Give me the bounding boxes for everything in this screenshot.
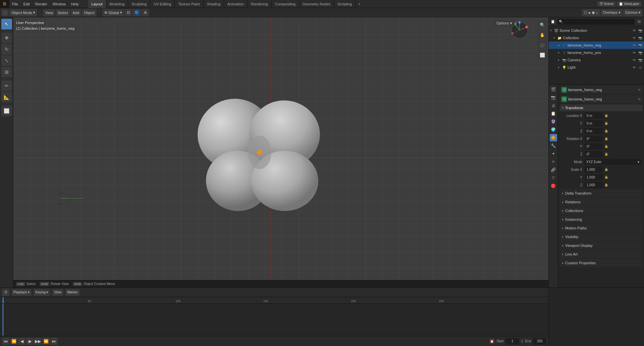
bn-vis-render[interactable]: 📷 bbox=[638, 43, 643, 48]
object-menu[interactable]: Object bbox=[82, 9, 97, 16]
transform-section-header[interactable]: ▾ Transform bbox=[559, 105, 643, 111]
bn-vis-eye[interactable]: 👁 bbox=[632, 43, 637, 48]
snap-btn[interactable]: 🔵 bbox=[132, 9, 141, 16]
bp-vis-render[interactable]: 📷 bbox=[638, 50, 643, 55]
location-z-val[interactable]: 0 m bbox=[585, 128, 603, 134]
viewport-options-btn[interactable]: Options ▾ bbox=[494, 20, 515, 26]
tab-layout[interactable]: Layout bbox=[88, 0, 106, 8]
hand-tool-btn[interactable]: ✋ bbox=[538, 30, 547, 40]
relations-header[interactable]: ▸ Relations bbox=[559, 198, 643, 206]
rotation-z-val[interactable]: 0° bbox=[585, 151, 603, 157]
viewport[interactable]: User Perspective (1) Collection | benzen… bbox=[13, 17, 548, 287]
outliner-collection[interactable]: ▾ 📁 Collection 👁 📷 bbox=[549, 34, 644, 42]
prop-view-layer-icon[interactable]: 📋 bbox=[550, 110, 557, 117]
gizmos-btn[interactable]: Gizmos ▾ bbox=[623, 9, 643, 16]
rotation-y-lock[interactable]: 🔒 bbox=[603, 145, 609, 148]
viewport-shading-btns[interactable]: ⬡ ● ◉ ○ bbox=[582, 9, 600, 16]
location-x-lock[interactable]: 🔒 bbox=[603, 114, 609, 117]
proportional-btn[interactable]: ⊚ bbox=[142, 9, 149, 16]
scene-selector[interactable]: 🎬 Scene bbox=[597, 1, 615, 6]
visibility-header[interactable]: ▸ Visibility bbox=[559, 233, 643, 241]
object-mode-btn[interactable]: Object Mode ▾ bbox=[9, 9, 37, 16]
prop-modifier-icon[interactable]: 🔧 bbox=[550, 142, 557, 149]
tool-measure[interactable]: 📐 bbox=[1, 92, 12, 102]
add-workspace-tab[interactable]: + bbox=[356, 0, 364, 8]
instancing-header[interactable]: ▸ Instancing bbox=[559, 215, 643, 223]
location-y-lock[interactable]: 🔒 bbox=[603, 122, 609, 125]
prev-keyframe-btn[interactable]: ⏪ bbox=[10, 338, 17, 345]
tool-transform[interactable]: ⊞ bbox=[1, 67, 12, 77]
outliner-benzene-pos[interactable]: ▸ ▽ benzene_homo_pos 👁 📷 bbox=[549, 49, 644, 56]
tool-rotate[interactable]: ↻ bbox=[1, 44, 12, 55]
menu-window[interactable]: Window bbox=[50, 0, 68, 8]
location-z-lock[interactable]: 🔒 bbox=[603, 129, 609, 133]
vis-render-icon[interactable]: 📷 bbox=[638, 28, 643, 33]
custom-properties-header[interactable]: ▸ Custom Properties bbox=[559, 259, 643, 267]
ortho-view-btn[interactable]: ⬜ bbox=[538, 50, 547, 60]
coll-vis-eye[interactable]: 👁 bbox=[632, 36, 637, 40]
outliner-light[interactable]: ▸ 💡 Light 👁 ⊙ bbox=[549, 64, 644, 71]
prop-object-data-icon[interactable]: ▽ bbox=[550, 174, 557, 182]
tab-uv-editing[interactable]: UV Editing bbox=[150, 0, 175, 8]
prop-render-icon[interactable]: 📷 bbox=[550, 94, 557, 101]
view-menu[interactable]: View bbox=[43, 9, 55, 16]
tab-texture-paint[interactable]: Texture Paint bbox=[175, 0, 203, 8]
view-layer-selector[interactable]: 📋 ViewLayer bbox=[617, 1, 641, 6]
tool-move[interactable]: ✥ bbox=[1, 32, 12, 43]
editor-type-btn[interactable]: ⬚ bbox=[1, 9, 9, 16]
outliner-scene-collection[interactable]: ▾ 🎬 Scene Collection 👁 📷 bbox=[549, 27, 644, 34]
lt-vis-circle[interactable]: ⊙ bbox=[638, 65, 643, 70]
collections-header[interactable]: ▸ Collections bbox=[559, 207, 643, 215]
prop-physics-icon[interactable]: ⚛ bbox=[550, 158, 557, 165]
pivot-btn[interactable]: ⊡ bbox=[125, 9, 132, 16]
prop-object-icon[interactable]: 🔶 bbox=[550, 134, 557, 141]
playback-menu[interactable]: Playback ▾ bbox=[11, 289, 32, 296]
vis-eye-icon[interactable]: 👁 bbox=[632, 28, 637, 33]
timeline-editor-type[interactable]: ⏱ bbox=[2, 289, 9, 296]
delta-transform-header[interactable]: ▸ Delta Transform bbox=[559, 189, 643, 197]
outliner-benzene-neg[interactable]: ▸ ▽ benzene_homo_neg 👁 📷 bbox=[549, 42, 644, 49]
tab-compositing[interactable]: Compositing bbox=[272, 0, 299, 8]
tab-shading[interactable]: Shading bbox=[204, 0, 224, 8]
cam-vis-render[interactable]: 📷 bbox=[638, 58, 643, 62]
scale-y-lock[interactable]: 🔒 bbox=[603, 176, 609, 179]
tab-sculpting[interactable]: Sculpting bbox=[128, 0, 150, 8]
tab-modeling[interactable]: Modeling bbox=[106, 0, 128, 8]
outliner-search[interactable]: 🔍 bbox=[557, 19, 635, 25]
prop-constraints-icon[interactable]: 🔗 bbox=[550, 166, 557, 174]
tool-annotate[interactable]: ✏ bbox=[1, 80, 12, 91]
jump-back-btn[interactable]: ◀ bbox=[18, 338, 25, 345]
bp-vis-eye[interactable]: 👁 bbox=[632, 50, 637, 55]
menu-help[interactable]: Help bbox=[68, 0, 82, 8]
rotation-x-lock[interactable]: 🔒 bbox=[603, 137, 609, 140]
menu-edit[interactable]: Edit bbox=[21, 0, 33, 8]
view-menu-timeline[interactable]: View bbox=[52, 289, 63, 296]
timeline-tracks[interactable] bbox=[0, 304, 548, 336]
frame-start-input[interactable]: 1 bbox=[506, 338, 519, 345]
select-menu[interactable]: Select bbox=[56, 9, 70, 16]
transform-global[interactable]: ⊕ Global ▾ bbox=[102, 9, 124, 16]
prop-material-icon[interactable]: 🔴 bbox=[550, 182, 557, 190]
tab-rendering[interactable]: Rendering bbox=[248, 0, 272, 8]
keying-menu[interactable]: Keying ▾ bbox=[34, 289, 50, 296]
tab-scripting[interactable]: Scripting bbox=[334, 0, 356, 8]
prop-output-icon[interactable]: 🖨 bbox=[550, 102, 557, 109]
scale-x-lock[interactable]: 🔒 bbox=[603, 168, 609, 171]
outliner-filter-btn[interactable]: ⊟ bbox=[636, 19, 642, 25]
coll-vis-render[interactable]: 📷 bbox=[638, 36, 643, 40]
rotation-y-val[interactable]: 0° bbox=[585, 143, 603, 149]
tool-select[interactable]: ↖ bbox=[1, 19, 12, 29]
camera-view-btn[interactable]: 🎥 bbox=[538, 40, 547, 50]
rotation-mode-select[interactable]: XYZ Euler ▾ bbox=[584, 159, 641, 165]
next-keyframe-btn[interactable]: ⏩ bbox=[42, 338, 50, 345]
data-name-edit-icon[interactable]: ✎ bbox=[638, 97, 641, 101]
rotation-z-lock[interactable]: 🔒 bbox=[603, 152, 609, 156]
rotation-x-val[interactable]: 0° bbox=[585, 136, 603, 142]
search-viewport-btn[interactable]: 🔍 bbox=[538, 20, 547, 29]
tool-scale[interactable]: ⤡ bbox=[1, 55, 12, 66]
menu-file[interactable]: File bbox=[9, 0, 21, 8]
menu-render[interactable]: Render bbox=[33, 0, 50, 8]
overlays-btn[interactable]: Overlays ▾ bbox=[601, 9, 622, 16]
lt-vis-eye[interactable]: 👁 bbox=[632, 65, 637, 70]
scale-x-val[interactable]: 1.000 bbox=[585, 166, 603, 172]
